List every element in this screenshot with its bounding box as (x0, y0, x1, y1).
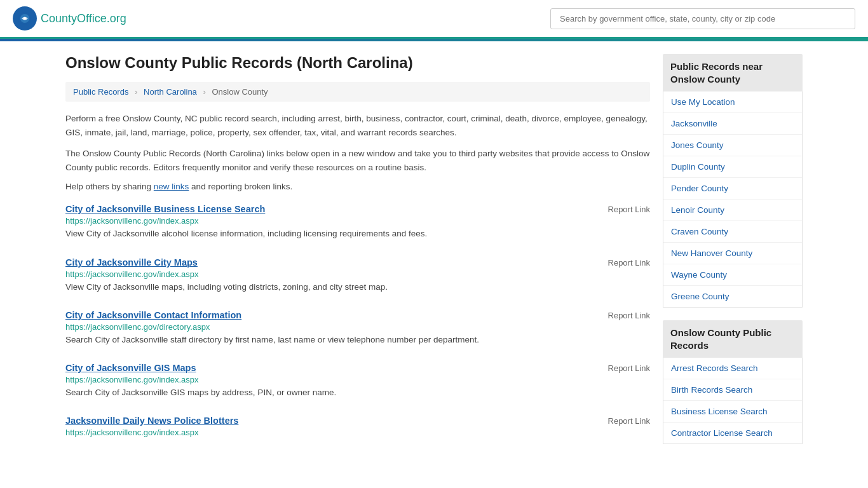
logo-area: CountyOffice.org (13, 6, 126, 30)
record-desc: Search City of Jacksonville GIS maps by … (65, 386, 650, 399)
record-title-row: Jacksonville Daily News Police Blotters … (65, 416, 650, 426)
nearby-county-link[interactable]: Pender County (663, 178, 802, 200)
new-links-link[interactable]: new links (154, 182, 189, 191)
record-title-row: City of Jacksonville Contact Information… (65, 310, 650, 320)
report-link[interactable]: Report Link (608, 258, 650, 268)
record-url: https://jacksonvillenc.gov/index.aspx (65, 216, 650, 226)
sidebar: Public Records near Onslow County Use My… (663, 54, 803, 457)
breadcrumb-public-records[interactable]: Public Records (73, 87, 128, 97)
svg-point-1 (24, 17, 26, 20)
record-title[interactable]: City of Jacksonville Business License Se… (65, 204, 265, 214)
record-title[interactable]: Jacksonville Daily News Police Blotters (65, 416, 238, 426)
record-desc: View City of Jacksonville maps, includin… (65, 281, 650, 294)
breadcrumb-current: Onslow County (212, 87, 268, 97)
record-url: https://jacksonvillenc.gov/index.aspx (65, 269, 650, 279)
logo-county: County (41, 12, 77, 25)
nearby-links: Use My LocationJacksonvilleJones CountyD… (663, 92, 803, 308)
records-list: City of Jacksonville Business License Se… (65, 204, 650, 443)
main-container: Onslow County Public Records (North Caro… (53, 41, 815, 470)
use-my-location-link[interactable]: Use My Location (663, 92, 802, 113)
record-title[interactable]: City of Jacksonville City Maps (65, 257, 198, 268)
record-title-row: City of Jacksonville GIS Maps Report Lin… (65, 363, 650, 373)
nearby-county-link[interactable]: Craven County (663, 221, 802, 243)
nearby-county-link[interactable]: Duplin County (663, 156, 802, 178)
nearby-county-link[interactable]: Wayne County (663, 264, 802, 286)
record-title[interactable]: City of Jacksonville Contact Information (65, 310, 241, 320)
record-item: City of Jacksonville Contact Information… (65, 310, 650, 350)
breadcrumb-sep-2: › (203, 87, 205, 97)
nearby-county-link[interactable]: Lenoir County (663, 200, 802, 221)
record-url: https://jacksonvillenc.gov/index.aspx (65, 375, 650, 384)
onslow-records-links: Arrest Records SearchBirth Records Searc… (663, 358, 803, 444)
nearby-county-link[interactable]: New Hanover County (663, 243, 802, 264)
report-link[interactable]: Report Link (608, 205, 650, 214)
intro-paragraph-2: The Onslow County Public Records (North … (65, 147, 650, 174)
record-desc: Search City of Jacksonville staff direct… (65, 334, 650, 346)
intro-paragraph-1: Perform a free Onslow County, NC public … (65, 112, 650, 139)
help-suffix: and reporting broken links. (189, 182, 292, 191)
header: CountyOffice.org (0, 0, 868, 39)
breadcrumb-sep-1: › (135, 87, 137, 97)
search-input[interactable] (550, 8, 855, 29)
record-item: City of Jacksonville City Maps Report Li… (65, 257, 650, 297)
breadcrumb: Public Records › North Carolina › Onslow… (65, 82, 650, 102)
record-title-row: City of Jacksonville City Maps Report Li… (65, 257, 650, 268)
record-title[interactable]: City of Jacksonville GIS Maps (65, 363, 196, 373)
nearby-header: Public Records near Onslow County (663, 54, 803, 92)
report-link[interactable]: Report Link (608, 416, 650, 426)
help-prefix: Help others by sharing (65, 182, 154, 191)
page-title: Onslow County Public Records (North Caro… (65, 54, 650, 72)
record-item: Jacksonville Daily News Police Blotters … (65, 416, 650, 443)
report-link[interactable]: Report Link (608, 363, 650, 373)
records-section: Onslow County Public Records Arrest Reco… (663, 320, 803, 444)
onslow-record-link[interactable]: Contractor License Search (663, 423, 802, 444)
record-desc: View City of Jacksonville alcohol licens… (65, 227, 650, 240)
logo-icon (13, 6, 37, 30)
records-header: Onslow County Public Records (663, 320, 803, 358)
content-area: Onslow County Public Records (North Caro… (65, 54, 650, 457)
onslow-record-link[interactable]: Business License Search (663, 401, 802, 423)
onslow-record-link[interactable]: Arrest Records Search (663, 358, 802, 379)
record-item: City of Jacksonville Business License Se… (65, 204, 650, 244)
breadcrumb-north-carolina[interactable]: North Carolina (144, 87, 197, 97)
nearby-county-link[interactable]: Jacksonville (663, 113, 802, 135)
nearby-county-link[interactable]: Greene County (663, 286, 802, 307)
record-item: City of Jacksonville GIS Maps Report Lin… (65, 363, 650, 403)
record-title-row: City of Jacksonville Business License Se… (65, 204, 650, 214)
logo-org: Office.org (77, 12, 126, 25)
nearby-section: Public Records near Onslow County Use My… (663, 54, 803, 308)
onslow-record-link[interactable]: Birth Records Search (663, 379, 802, 401)
report-link[interactable]: Report Link (608, 311, 650, 320)
help-text: Help others by sharing new links and rep… (65, 182, 650, 191)
logo-text: CountyOffice.org (41, 12, 126, 25)
record-url: https://jacksonvillenc.gov/directory.asp… (65, 322, 650, 332)
nearby-county-link[interactable]: Jones County (663, 135, 802, 156)
record-url: https://jacksonvillenc.gov/index.aspx (65, 428, 650, 437)
